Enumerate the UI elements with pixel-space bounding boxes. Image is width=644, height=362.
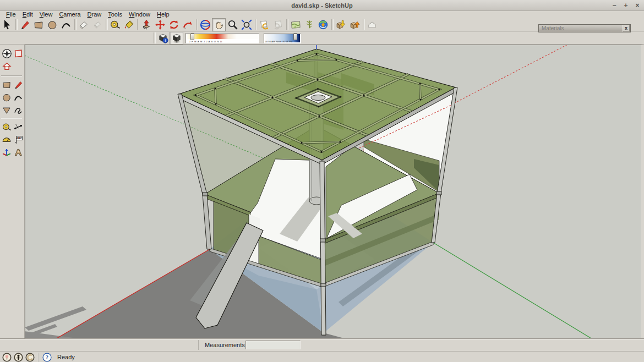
- camera-compass-button[interactable]: [1, 48, 12, 59]
- circle-icon: [47, 19, 58, 30]
- get-models-icon: [335, 19, 346, 30]
- sidebar-line-button[interactable]: [13, 79, 24, 90]
- polygon-icon: [2, 105, 12, 115]
- share-model-button[interactable]: [347, 18, 361, 31]
- shadow-settings-button[interactable]: i: [156, 31, 170, 45]
- sidebar-circle-button[interactable]: [1, 91, 12, 103]
- text-icon: ABC: [13, 135, 23, 145]
- rectangle-tool-button[interactable]: [31, 18, 45, 31]
- date-slider-thumb[interactable]: [190, 34, 194, 40]
- pencil-icon: [19, 19, 30, 30]
- menu-help[interactable]: Help: [154, 11, 173, 18]
- main-toolbar: Materials x: [0, 18, 644, 32]
- geolocation-icon[interactable]: [2, 353, 12, 362]
- rotate-tool-button[interactable]: [167, 18, 181, 31]
- status-bar: ? Ready: [0, 351, 644, 362]
- svg-text:i: i: [165, 38, 166, 43]
- sidebar-protractor-button[interactable]: [1, 134, 12, 145]
- rectangle-icon: [33, 19, 44, 30]
- materials-palette-title: Materials: [539, 25, 623, 31]
- line-tool-button[interactable]: [18, 18, 31, 31]
- orbit-tool-button[interactable]: [198, 18, 212, 31]
- arc-tool-button[interactable]: [59, 18, 73, 31]
- maximize-button[interactable]: +: [623, 2, 629, 9]
- menu-view[interactable]: View: [36, 11, 56, 18]
- pencil-icon: [13, 80, 23, 90]
- tape-measure-button[interactable]: [108, 18, 122, 31]
- select-tool-button[interactable]: [0, 18, 14, 31]
- house-gray-icon: [367, 19, 378, 30]
- viewport[interactable]: [25, 45, 644, 338]
- sidebar-freehand-button[interactable]: [13, 104, 24, 116]
- sidebar-rectangle-button[interactable]: [1, 79, 12, 90]
- menu-window[interactable]: Window: [125, 11, 154, 18]
- sidebar-arc-button[interactable]: [13, 91, 24, 103]
- claim-icon[interactable]: [25, 353, 35, 362]
- shadow-settings-icon: i: [157, 32, 168, 43]
- sidebar-3d-text-button[interactable]: [13, 146, 24, 158]
- credits-icon[interactable]: [14, 353, 23, 362]
- move-tool-button[interactable]: [153, 18, 167, 31]
- paint-bucket-button[interactable]: [122, 18, 135, 31]
- title-bar[interactable]: david.skp - SketchUp − + ×: [0, 0, 644, 11]
- materials-close-icon[interactable]: x: [623, 25, 630, 32]
- share-model-icon: [349, 19, 360, 30]
- svg-text:?: ?: [46, 354, 48, 360]
- eraser-tool-button[interactable]: [77, 18, 90, 31]
- circle-tool-button[interactable]: [45, 18, 59, 31]
- menu-file[interactable]: File: [3, 11, 19, 18]
- previous-view-icon: [259, 19, 270, 30]
- zoom-icon: [227, 19, 238, 30]
- 3d-text-icon: [13, 147, 23, 157]
- get-models-button[interactable]: [334, 18, 347, 31]
- materials-palette[interactable]: Materials x: [538, 24, 631, 32]
- help-icon[interactable]: ?: [42, 353, 52, 362]
- sidebar-polygon-button[interactable]: [1, 104, 12, 116]
- toggle-shadows-icon: [171, 32, 182, 43]
- sidebar-dimension-button[interactable]: [13, 121, 24, 133]
- viewport-canvas[interactable]: [25, 45, 641, 338]
- date-tick-labels: J F M A M J J A S O N D: [186, 40, 226, 43]
- toggle-terrain-button[interactable]: [302, 18, 316, 31]
- previous-view-button[interactable]: [257, 18, 271, 31]
- sidebar-axes-button[interactable]: [1, 146, 12, 158]
- close-button[interactable]: ×: [634, 2, 641, 9]
- pan-tool-button[interactable]: [212, 18, 226, 31]
- dimension-icon: [13, 122, 23, 132]
- add-location-button[interactable]: [288, 18, 302, 31]
- measurements-input[interactable]: [245, 341, 301, 349]
- axes-icon: [2, 147, 12, 157]
- house-tool-button[interactable]: [365, 18, 379, 31]
- shadow-date-slider[interactable]: J F M A M J J A S O N D: [185, 33, 259, 43]
- menu-tools[interactable]: Tools: [105, 11, 125, 18]
- google-earth-icon: [318, 19, 329, 30]
- zoom-extents-icon: [241, 19, 252, 30]
- zoom-tool-button[interactable]: [226, 18, 239, 31]
- back-face-button[interactable]: [13, 48, 24, 59]
- minimize-button[interactable]: −: [611, 2, 618, 9]
- tool-sidebar: ABC: [0, 45, 25, 338]
- toggle-shadows-button[interactable]: [170, 31, 183, 45]
- menu-edit[interactable]: Edit: [19, 11, 36, 18]
- time-end-label: 06:58 PM: [282, 40, 293, 43]
- make-component-button[interactable]: [90, 18, 104, 31]
- toggle-terrain-icon: [304, 19, 315, 30]
- sidebar-tape-measure-button[interactable]: [1, 121, 12, 133]
- follow-me-icon: [182, 19, 193, 30]
- menu-draw[interactable]: Draw: [84, 11, 105, 18]
- push-pull-button[interactable]: [139, 18, 153, 31]
- protractor-icon: [2, 135, 12, 145]
- push-pull-icon: [141, 19, 152, 30]
- window-title: david.skp - SketchUp: [0, 0, 644, 11]
- zoom-extents-button[interactable]: [239, 18, 253, 31]
- select-icon: [2, 19, 13, 30]
- menu-camera[interactable]: Camera: [56, 11, 84, 18]
- follow-me-button[interactable]: [181, 18, 194, 31]
- home-view-button[interactable]: [1, 61, 12, 72]
- time-slider-thumb[interactable]: [293, 34, 297, 40]
- next-view-button[interactable]: [271, 18, 285, 31]
- paint-bucket-icon: [123, 19, 134, 30]
- shadow-time-slider[interactable]: 04:56 AM Noon 06:58 PM: [264, 33, 301, 43]
- google-earth-button[interactable]: [316, 18, 330, 31]
- sidebar-text-button[interactable]: ABC: [13, 134, 24, 145]
